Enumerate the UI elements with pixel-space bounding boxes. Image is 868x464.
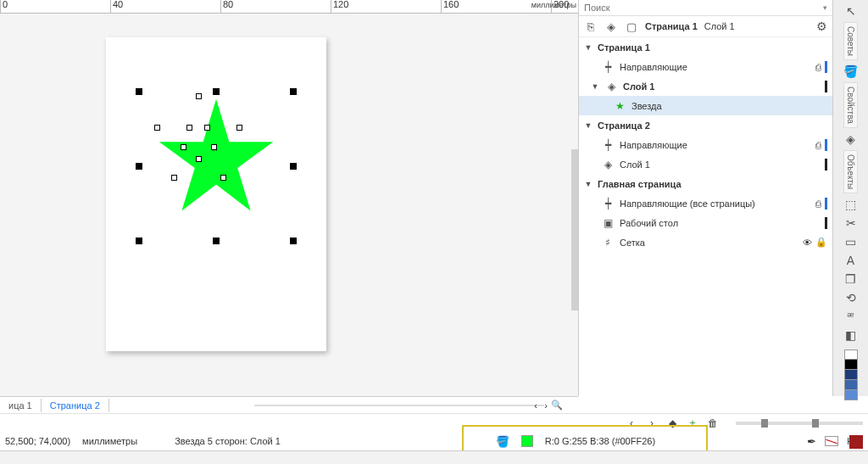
page[interactable]: × [106,37,326,351]
node-handle[interactable] [204,125,210,131]
print-icon[interactable]: ⎙ [815,62,821,72]
selection-handle[interactable] [136,238,142,244]
ruler-units[interactable]: миллиметры [531,1,576,9]
node-handle[interactable] [220,175,226,181]
layers-icon[interactable]: ◈ [604,20,618,33]
right-sidebar: ↖ Советы 🪣 Свойства ◈ Объекты ⬚ ✂ ▭ A ❒ … [832,0,868,396]
print-icon[interactable]: ⎙ [815,140,821,150]
page-setup-icon[interactable]: ⎘ [584,20,598,33]
desktop-icon: ▣ [601,216,615,230]
color-palette [844,349,858,400]
tree-row-layer[interactable]: ◈Слой 1 [579,154,832,174]
canvas[interactable]: × [0,14,578,396]
grid-icon: ♯ [601,236,615,249]
tree-row-guides[interactable]: ┿Направляющие (все страницы)⎙ [579,193,832,213]
print-icon[interactable]: ⎙ [815,198,821,209]
add-icon[interactable]: ＋ [687,417,698,429]
tab-page-1[interactable]: ица 1 [0,399,42,412]
palette-swatch[interactable] [844,370,858,380]
tool-icon[interactable]: ⬚ [842,197,860,212]
lock-icon[interactable]: 🔒 [815,237,827,248]
pen-icon[interactable]: ✒ [807,435,816,448]
objects-panel-icon[interactable]: ◈ [842,131,860,147]
selection-handle[interactable] [136,163,142,170]
ruler-tick: 160 [441,0,459,14]
spiral-tool-icon[interactable]: ᵆ [842,309,860,324]
breadcrumb-layer[interactable]: Слой 1 [704,21,735,31]
scrollbar-horizontal[interactable] [254,405,544,406]
tree-row-page[interactable]: ▼Страница 1 [579,37,832,57]
fill-bucket-icon[interactable]: 🪣 [496,435,509,448]
tree-row-grid[interactable]: ♯Сетка👁🔒 [579,232,832,252]
color-tool-icon[interactable]: ◧ [842,327,860,343]
fill-swatch[interactable] [521,435,533,447]
slider-knob[interactable] [812,419,819,428]
tree-row-star[interactable]: ★Звезда [579,96,832,115]
gear-icon[interactable]: ⚙ [816,20,827,33]
coord-units: миллиметры [82,436,137,446]
zoom-slider[interactable] [736,422,863,425]
search-input[interactable] [584,3,823,13]
selection-handle[interactable] [213,88,220,95]
tree-row-guides[interactable]: ┿Направляющие⎙ [579,135,832,154]
node-handle[interactable] [236,125,242,131]
ruler-horizontal[interactable]: 0 40 80 120 160 200 миллиметры [0,0,578,14]
tab-page-2[interactable]: Страница 2 [42,399,109,412]
cube-tool-icon[interactable]: ❒ [842,271,860,287]
search-dropdown-icon[interactable]: ▾ [823,3,827,12]
palette-swatch[interactable] [844,360,858,370]
ruler-tick: 80 [220,0,233,14]
guides-icon: ┿ [601,197,615,210]
star-object[interactable]: × [157,97,275,215]
tree-row-guides[interactable]: ┿Направляющие⎙ [579,57,832,76]
tree-row-page[interactable]: ▼Страница 2 [579,115,832,135]
node-handle[interactable] [181,144,186,150]
breadcrumb-page[interactable]: Страница 1 [645,21,698,31]
tree-row-desktop[interactable]: ▣Рабочий стол [579,213,832,232]
node-handle[interactable] [196,156,202,162]
tree-row-master[interactable]: ▼Главная страница [579,174,832,193]
fill-tool-icon[interactable]: ◆ [666,417,678,429]
node-handle[interactable] [186,125,192,131]
visibility-icon[interactable]: 👁 [803,238,812,248]
tree-row-layer[interactable]: ▼◈Слой 1 [579,76,832,96]
nav-prev-icon[interactable]: ‹ [626,417,637,429]
zoom-icon[interactable]: 🔍 [551,400,561,411]
ruler-tick: 40 [110,0,123,14]
cursor-coords: 52,500; 74,000) [5,436,70,446]
palette-swatch[interactable] [844,380,858,390]
rect-tool-icon[interactable]: ▭ [842,234,860,249]
fill-panel-icon[interactable]: 🪣 [842,64,860,79]
scrollbar-vertical[interactable] [571,149,578,310]
pointer-tool-icon[interactable]: ↖ [842,3,860,19]
slider-knob[interactable] [761,419,768,428]
palette-swatch[interactable] [844,349,858,360]
transform-tool-icon[interactable]: ⟲ [842,290,860,305]
layer-icon: ◈ [601,158,615,171]
tab-objects[interactable]: Объекты [843,150,858,193]
scroll-left-icon[interactable]: ‹ [531,400,541,411]
tab-properties[interactable]: Свойства [843,82,858,128]
selection-handle[interactable] [290,88,297,95]
outline-swatch-none[interactable] [825,436,838,446]
scroll-right-icon[interactable]: › [541,400,551,411]
tab-hints[interactable]: Советы [843,22,858,60]
bottom-strip [0,450,868,464]
node-handle[interactable] [196,93,202,99]
node-handle[interactable] [211,144,217,150]
page-icon[interactable]: ▢ [625,20,638,33]
nav-next-icon[interactable]: › [646,417,658,429]
selection-handle[interactable] [136,88,142,95]
object-info: Звезда 5 сторон: Слой 1 [175,436,281,446]
selection-handle[interactable] [290,238,297,244]
text-tool-icon[interactable]: A [842,253,860,268]
palette-swatch[interactable] [844,390,858,400]
node-handle[interactable] [171,175,177,181]
breadcrumb: ⎘ ◈ ▢ Страница 1 Слой 1 ⚙ [579,16,832,37]
delete-icon[interactable]: 🗑 [707,417,719,429]
crop-tool-icon[interactable]: ✂ [842,215,860,231]
selection-handle[interactable] [290,163,297,170]
selection-handle[interactable] [213,238,220,244]
fill-color-text: R:0 G:255 B:38 (#00FF26) [545,436,655,446]
node-handle[interactable] [154,125,160,131]
